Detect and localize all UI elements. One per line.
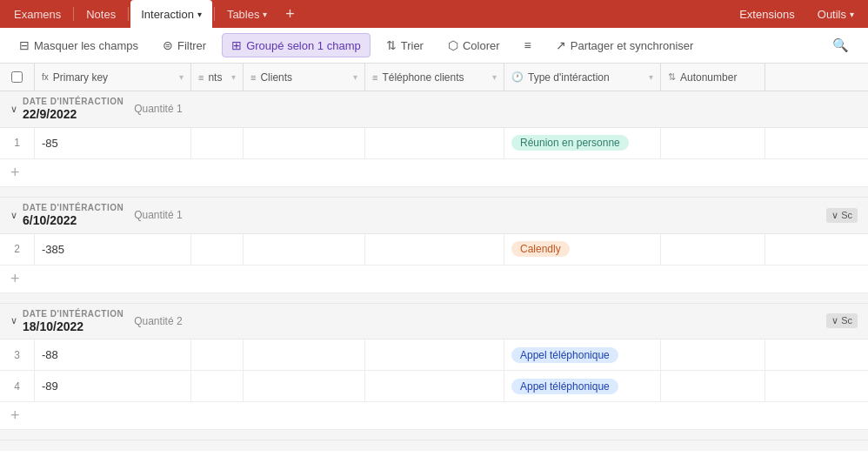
select-all-checkbox[interactable] [11, 71, 23, 83]
col-header-telephone[interactable]: ≡ Téléphone clients ▾ [365, 64, 504, 91]
row-checkbox-3[interactable]: 3 [0, 339, 35, 370]
density-button[interactable]: ≡ [516, 34, 540, 57]
group-scroll-btn-2[interactable]: ∨ Sc [826, 208, 858, 223]
row-1-primary-key[interactable]: -85 [35, 128, 191, 158]
tools-arrow: ▾ [850, 10, 854, 19]
group-date-label-2: DATE D'INTÉRACTION [23, 203, 124, 213]
tab-interaction-arrow: ▾ [197, 10, 202, 19]
row-3-telephone[interactable] [365, 339, 504, 370]
nts-icon: ≡ [198, 72, 204, 83]
row-3-nts[interactable] [191, 339, 244, 370]
row-checkbox-4[interactable]: 4 [0, 371, 35, 401]
sort-icon: ⇅ [386, 38, 397, 52]
tab-divider-2 [128, 7, 129, 21]
group-count-3: Quantité 2 [134, 315, 182, 327]
col-header-type[interactable]: 🕐 Type d'intéraction ▾ [504, 64, 661, 91]
tools-button[interactable]: Outils ▾ [807, 4, 865, 24]
group-date-label-3: DATE D'INTÉRACTION [23, 309, 124, 319]
group-date-3: 18/10/2022 [23, 319, 124, 334]
row-2-nts[interactable] [191, 234, 244, 265]
row-checkbox-2[interactable]: 2 [0, 234, 35, 265]
add-row-3-icon: + [10, 407, 20, 425]
group-date-1: 22/9/2022 [23, 107, 124, 122]
row-1-autonumber[interactable] [661, 128, 765, 158]
group-spacer-1 [0, 187, 868, 198]
row-4-telephone[interactable] [365, 371, 504, 401]
tab-bar: Examens Notes Interaction ▾ Tables ▾ + E… [0, 0, 868, 28]
row-4-primary-key[interactable]: -89 [35, 371, 191, 401]
row-1-type[interactable]: Réunion en personne [504, 128, 661, 158]
sort-button[interactable]: ⇅ Trier [377, 34, 432, 57]
row-3-primary-key[interactable]: -88 [35, 339, 191, 370]
autonumber-icon: ⇅ [668, 71, 676, 83]
share-button[interactable]: ↗ Partager et synchroniser [547, 34, 703, 57]
col-sort-icon: ▾ [179, 72, 184, 82]
tab-notes[interactable]: Notes [76, 0, 126, 28]
primary-key-icon: fx [42, 72, 49, 82]
group-toggle-2[interactable]: ∨ [10, 210, 17, 221]
row-4-autonumber[interactable] [661, 371, 765, 401]
add-tab-button[interactable]: + [277, 2, 302, 26]
row-3-autonumber[interactable] [661, 339, 765, 370]
density-icon: ≡ [524, 38, 531, 52]
add-row-2-icon: + [10, 270, 20, 288]
col-type-sort-icon: ▾ [649, 72, 653, 82]
row-3-type[interactable]: Appel téléphonique [504, 339, 661, 370]
col-header-nts[interactable]: ≡ nts ▾ [191, 64, 244, 91]
share-icon: ↗ [556, 38, 566, 52]
search-button[interactable]: 🔍 [824, 33, 858, 57]
clients-icon: ≡ [250, 72, 256, 83]
tab-tables[interactable]: Tables ▾ [217, 0, 278, 28]
group-header-2: ∨ DATE D'INTÉRACTION 6/10/2022 Quantité … [0, 198, 868, 234]
filter-icon: ⊜ [163, 38, 173, 52]
row-3-clients[interactable] [244, 339, 365, 370]
header-checkbox[interactable] [0, 64, 35, 91]
add-row-2[interactable]: + [0, 265, 868, 293]
extensions-button[interactable]: Extensions [729, 4, 805, 24]
table-row: 4 -89 Appel téléphonique [0, 371, 868, 402]
row-2-autonumber[interactable] [661, 234, 765, 265]
group-spacer-3 [0, 430, 868, 440]
row-3-type-badge: Appel téléphonique [511, 347, 618, 363]
col-header-autonumber[interactable]: ⇅ Autonumber [661, 64, 765, 91]
filter-button[interactable]: ⊜ Filtrer [154, 34, 215, 57]
color-button[interactable]: ⬡ Colorer [439, 34, 509, 57]
group-count-1: Quantité 1 [134, 103, 182, 115]
group-header-3: ∨ DATE D'INTÉRACTION 18/10/2022 Quantité… [0, 304, 868, 340]
table-row: 1 -85 Réunion en personne [0, 128, 868, 159]
group-count-2: Quantité 1 [134, 209, 182, 221]
tab-divider-1 [73, 7, 74, 21]
row-2-telephone[interactable] [365, 234, 504, 265]
type-icon: 🕐 [511, 71, 524, 83]
table-row: 3 -88 Appel téléphonique [0, 339, 868, 371]
col-header-clients[interactable]: ≡ Clients ▾ [244, 64, 365, 91]
tab-examens[interactable]: Examens [3, 0, 71, 28]
color-icon: ⬡ [448, 38, 458, 52]
row-2-primary-key[interactable]: -385 [35, 234, 191, 265]
row-4-nts[interactable] [191, 371, 244, 401]
col-header-primary-key[interactable]: fx Primary key ▾ [35, 64, 191, 91]
hide-fields-icon: ⊟ [19, 38, 30, 52]
grid-container[interactable]: fx Primary key ▾ ≡ nts ▾ ≡ Clients ▾ ≡ T… [0, 64, 868, 451]
group-toggle-1[interactable]: ∨ [10, 104, 17, 115]
tab-interaction[interactable]: Interaction ▾ [130, 0, 212, 28]
tab-divider-3 [214, 7, 215, 21]
row-4-clients[interactable] [244, 371, 365, 401]
search-icon: 🔍 [832, 37, 849, 53]
hide-fields-button[interactable]: ⊟ Masquer les champs [10, 34, 147, 57]
column-header-row: fx Primary key ▾ ≡ nts ▾ ≡ Clients ▾ ≡ T… [0, 64, 868, 91]
row-checkbox-1[interactable]: 1 [0, 128, 35, 158]
row-1-clients[interactable] [244, 128, 365, 158]
add-row-1[interactable]: + [0, 159, 868, 187]
telephone-icon: ≡ [372, 72, 377, 83]
row-2-clients[interactable] [244, 234, 365, 265]
group-spacer-bottom [0, 440, 868, 451]
row-1-telephone[interactable] [365, 128, 504, 158]
group-toggle-3[interactable]: ∨ [10, 315, 17, 326]
group-scroll-btn-3[interactable]: ∨ Sc [826, 313, 858, 328]
row-1-nts[interactable] [191, 128, 244, 158]
row-4-type[interactable]: Appel téléphonique [504, 371, 661, 401]
row-2-type[interactable]: Calendly [504, 234, 661, 265]
group-button[interactable]: ⊞ Groupé selon 1 champ [222, 33, 371, 57]
add-row-3[interactable]: + [0, 402, 868, 430]
